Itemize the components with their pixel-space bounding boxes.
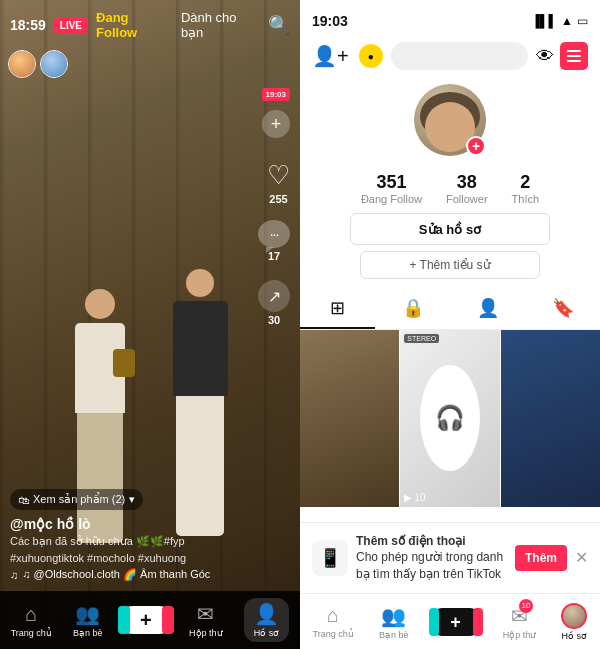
bottom-nav-right: ⌂ Trang chủ 👥 Bạn bè + ✉ 10 Hộp thư Hồ s…: [300, 593, 600, 649]
profile-avatar-nav: [561, 603, 587, 629]
plus-icon-center-left: +: [138, 609, 154, 632]
nav-ban-be-right[interactable]: 👥 Bạn bè: [379, 604, 409, 640]
nav-trang-chu-label-left: Trang chủ: [11, 628, 52, 638]
nav-hop-thu-left[interactable]: ✉ Hộp thư: [189, 602, 223, 638]
share-count: 30: [268, 314, 280, 326]
comment-bubble-icon: ···: [258, 220, 290, 248]
video-grid: 🎧 STEREO ▶ 10: [300, 330, 600, 522]
dang-follow-count: 351: [376, 172, 406, 193]
follower-label: Follower: [446, 193, 488, 205]
play-icon-2: ▶: [404, 492, 412, 503]
edit-profile-button[interactable]: Sửa hồ sơ: [350, 213, 550, 245]
inbox-icon-left: ✉: [197, 602, 214, 626]
right-panel: 19:03 ▐▌▌ ▲ ▭ 👤+ ● 👁: [300, 0, 600, 649]
stat-follower[interactable]: 38 Follower: [446, 172, 488, 205]
close-notif-icon[interactable]: ✕: [575, 548, 588, 567]
menu-line-2: [567, 55, 581, 57]
nav-ban-be-label-left: Bạn bè: [73, 628, 103, 638]
search-icon[interactable]: 🔍: [268, 14, 290, 36]
friends-icon-left: 👥: [75, 602, 100, 626]
nav-ho-so-right[interactable]: Hồ sơ: [561, 603, 587, 641]
play-num-2: 10: [414, 492, 425, 503]
music-text: ♫ @Oldschool.cloth 🌈 Âm thanh Góc: [22, 568, 210, 581]
notif-body: Cho phép người trong danh bạ tìm thấy bạ…: [356, 550, 503, 581]
nav-ho-so-left[interactable]: 👤 Hồ sơ: [244, 598, 290, 642]
nav-ban-be-label-right: Bạn bè: [379, 630, 409, 640]
follow-label[interactable]: Đang Follow: [96, 10, 171, 40]
music-label: ♫ ♫ @Oldschool.cloth 🌈 Âm thanh Góc: [10, 568, 290, 581]
add-bio-label: + Thêm tiểu sử: [409, 258, 490, 272]
stereo-label: STEREO: [404, 334, 439, 343]
product-button[interactable]: 🛍 Xem sản phẩm (2) ▾: [10, 489, 143, 510]
username-search-bar[interactable]: [391, 42, 528, 70]
comment-count: 17: [268, 250, 280, 262]
time-display-right: 19:03: [312, 13, 348, 29]
avatar-wrapper[interactable]: +: [414, 84, 486, 156]
nav-ho-so-label-right: Hồ sơ: [562, 631, 588, 641]
stat-thich[interactable]: 2 Thích: [512, 172, 540, 205]
nav-ban-be-left[interactable]: 👥 Bạn bè: [73, 602, 103, 638]
video-hashtags-2: #xuhuongtiktok #mocholo #xuhuong: [10, 552, 290, 564]
lock-icon: 🔒: [402, 297, 424, 319]
add-video-button-left[interactable]: +: [124, 606, 168, 634]
plus-icon-center-right: +: [448, 613, 463, 631]
nav-trang-chu-right[interactable]: ⌂ Trang chủ: [313, 604, 354, 639]
headphone-icon: 🎧: [435, 404, 465, 432]
avatar-1: [8, 50, 36, 78]
video-thumb-2[interactable]: 🎧 STEREO ▶ 10: [400, 330, 499, 507]
avatar-add-photo-button[interactable]: +: [466, 136, 486, 156]
product-icon: 🛍: [18, 494, 29, 506]
comment-dots-icon: ···: [270, 226, 279, 242]
heart-section[interactable]: ♡ 255: [267, 160, 290, 205]
video-thumb-3[interactable]: [501, 330, 600, 507]
nav-ho-so-label-left: Hồ sơ: [254, 628, 280, 638]
notif-title: Thêm số điện thoại: [356, 533, 507, 550]
nav-add-right[interactable]: +: [434, 608, 478, 636]
avatar-2: [40, 50, 68, 78]
battery-icon: ▭: [577, 14, 588, 28]
add-person-icon[interactable]: 👤+: [312, 44, 349, 68]
nav-trang-chu-left[interactable]: ⌂ Trang chủ: [11, 603, 52, 638]
nav-add-left[interactable]: +: [124, 606, 168, 634]
avatar-section: +: [300, 76, 600, 162]
stat-dang-follow[interactable]: 351 Đang Follow: [361, 172, 422, 205]
video-thumb-1[interactable]: [300, 330, 399, 507]
menu-button[interactable]: [560, 42, 588, 70]
viewer-avatars: [8, 50, 68, 78]
music-icon: ♫: [10, 569, 18, 581]
headphones-image: 🎧: [420, 365, 480, 471]
eye-icon[interactable]: 👁: [536, 46, 554, 67]
coin-icon[interactable]: ●: [359, 44, 383, 68]
menu-lines-icon: [567, 50, 581, 62]
follower-count: 38: [457, 172, 477, 193]
tab-grid[interactable]: ⊞: [300, 289, 375, 329]
left-header: 18:59 LIVE Đang Follow Dành cho bạn 🔍: [0, 0, 300, 50]
home-icon-right: ⌂: [327, 604, 339, 627]
thich-label: Thích: [512, 193, 540, 205]
tab-saved[interactable]: 🔖: [525, 289, 600, 329]
comment-section[interactable]: ··· 17: [258, 220, 290, 262]
signal-icon: ▐▌▌: [532, 14, 558, 28]
coin-symbol: ●: [368, 51, 374, 62]
chevron-down-icon: ▾: [129, 493, 135, 506]
play-count-2: ▶ 10: [404, 492, 425, 503]
friends-icon-right: 👥: [381, 604, 406, 628]
thumb-3-bg: [501, 330, 600, 507]
add-bio-button[interactable]: + Thêm tiểu sử: [360, 251, 540, 279]
status-icons: ▐▌▌ ▲ ▭: [532, 14, 588, 28]
danh-cho-ban-label[interactable]: Dành cho bạn: [181, 10, 260, 40]
profile-header-row: 👤+ ● 👁: [300, 36, 600, 76]
add-video-button-right[interactable]: +: [434, 608, 478, 636]
nav-hop-thu-right[interactable]: ✉ 10 Hộp thư: [503, 604, 537, 640]
phone-icon: 📱: [319, 547, 341, 569]
live-badge: LIVE: [54, 18, 88, 33]
menu-line-3: [567, 60, 581, 62]
notification-bar: 📱 Thêm số điện thoại Cho phép người tron…: [300, 522, 600, 593]
notif-icon-wrapper: 📱: [312, 540, 348, 576]
plus-follow-button[interactable]: +: [262, 110, 290, 138]
tab-lock[interactable]: 🔒: [375, 289, 450, 329]
heart-icon: ♡: [267, 160, 290, 191]
them-button[interactable]: Thêm: [515, 545, 567, 571]
tab-tagged[interactable]: 👤: [450, 289, 525, 329]
share-section[interactable]: ↗ 30: [258, 280, 290, 326]
